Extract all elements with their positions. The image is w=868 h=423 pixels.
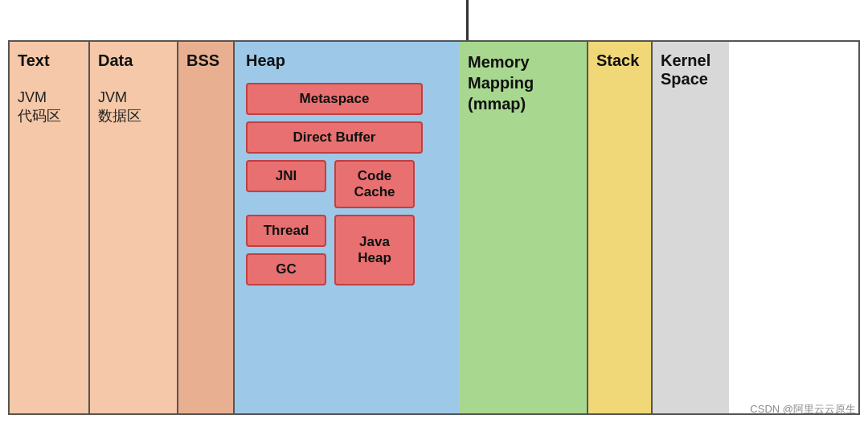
stack-label: Stack <box>596 51 639 70</box>
heap-label: Heap <box>246 51 285 70</box>
bss-label: BSS <box>186 51 219 70</box>
text-sublabel: JVM代码区 <box>18 89 61 125</box>
metaspace-box: Metaspace <box>246 83 423 115</box>
segment-text: Text JVM代码区 <box>10 42 90 413</box>
heap-row-metaspace: Metaspace <box>246 83 423 115</box>
kernel-label: KernelSpace <box>661 51 710 88</box>
segment-heap: Heap Metaspace Direct Buffer JNI CodeCac… <box>235 42 460 413</box>
memory-layout: Text JVM代码区 Data JVM数据区 BSS Heap Metaspa… <box>8 40 860 415</box>
segment-mmap: MemoryMapping(mmap) <box>460 42 588 413</box>
text-label: Text <box>18 51 50 70</box>
heap-row-directbuffer: Direct Buffer <box>246 121 423 154</box>
watermark: CSDN @阿里云云原生 <box>750 402 856 417</box>
diagram-container: Text JVM代码区 Data JVM数据区 BSS Heap Metaspa… <box>0 0 868 423</box>
data-label: Data <box>98 51 133 70</box>
java-heap-box: JavaHeap <box>334 215 415 285</box>
segment-stack: Stack <box>588 42 653 413</box>
direct-buffer-box: Direct Buffer <box>246 121 423 154</box>
segment-data: Data JVM数据区 <box>90 42 178 413</box>
segment-kernel: KernelSpace <box>653 42 729 413</box>
data-sublabel: JVM数据区 <box>98 89 141 125</box>
arrow-line <box>466 0 469 44</box>
jni-box: JNI <box>246 160 326 192</box>
heap-row-jni-codecache: JNI CodeCache <box>246 160 415 208</box>
heap-boxes: Metaspace Direct Buffer JNI CodeCache Th… <box>246 83 448 285</box>
gc-box: GC <box>246 253 326 285</box>
heap-row-thread-javaheap: Thread GC JavaHeap <box>246 215 415 285</box>
code-cache-box: CodeCache <box>334 160 415 208</box>
segment-bss: BSS <box>178 42 235 413</box>
mmap-label: MemoryMapping(mmap) <box>468 51 534 114</box>
thread-box: Thread <box>246 215 326 247</box>
